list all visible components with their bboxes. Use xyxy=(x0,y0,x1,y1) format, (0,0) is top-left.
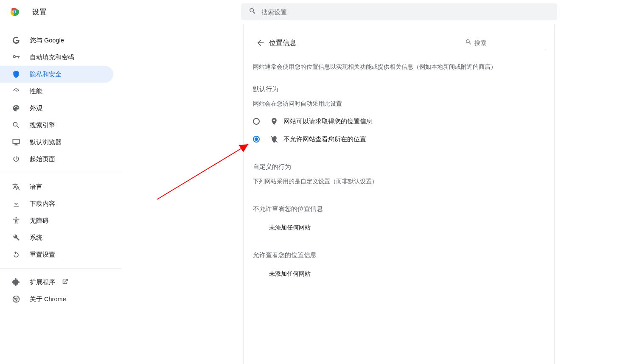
page-search[interactable] xyxy=(465,36,545,49)
radio-option-ask[interactable]: 网站可以请求取得您的位置信息 xyxy=(253,117,545,126)
wrench-icon xyxy=(12,233,20,242)
key-icon xyxy=(12,53,20,62)
location-off-icon xyxy=(270,135,278,143)
svg-point-5 xyxy=(15,217,17,218)
sidebar-item-language[interactable]: 语言 xyxy=(0,178,113,195)
sidebar-item-label: 系统 xyxy=(30,234,42,242)
custom-behavior-subtitle: 下列网站采用的是自定义设置（而非默认设置） xyxy=(253,178,545,185)
sidebar-item-appearance[interactable]: 外观 xyxy=(0,100,113,117)
sidebar-item-label: 重置设置 xyxy=(30,251,55,259)
sidebar-item-reset[interactable]: 重置设置 xyxy=(0,246,113,263)
sidebar-separator xyxy=(0,173,121,173)
page-header: 位置信息 xyxy=(253,34,545,51)
sidebar-item-startup[interactable]: 起始页面 xyxy=(0,151,113,168)
sidebar: 您与 Google自动填充和密码隐私和安全性能外观搜索引擎默认浏览器起始页面 语… xyxy=(0,24,121,364)
toolbar-title: 设置 xyxy=(32,7,47,17)
sidebar-item-label: 扩展程序 xyxy=(30,278,55,286)
translate-icon xyxy=(12,182,20,191)
a11y-icon xyxy=(12,216,20,225)
open-in-new-icon xyxy=(61,278,69,287)
chrome-logo-icon xyxy=(9,7,20,17)
sidebar-item-default-browser[interactable]: 默认浏览器 xyxy=(0,134,113,151)
download-icon xyxy=(12,199,20,208)
google-icon xyxy=(12,36,20,45)
blocked-sites-title: 不允许查看您的位置信息 xyxy=(253,205,545,213)
search-icon xyxy=(465,39,474,47)
sidebar-item-privacy[interactable]: 隐私和安全 xyxy=(0,66,113,83)
toolbar: 设置 xyxy=(0,0,620,24)
blocked-sites-empty: 未添加任何网站 xyxy=(269,224,545,232)
monitor-icon xyxy=(12,138,20,146)
gauge-icon xyxy=(12,87,20,95)
sidebar-item-search-engine[interactable]: 搜索引擎 xyxy=(0,117,113,134)
search-icon xyxy=(12,121,20,129)
allowed-sites-empty: 未添加任何网站 xyxy=(269,270,545,278)
page-title: 位置信息 xyxy=(269,39,296,48)
shield-icon xyxy=(12,70,20,78)
page-search-input[interactable] xyxy=(474,39,545,46)
sidebar-item-label: 下载内容 xyxy=(30,200,55,208)
sidebar-item-label: 性能 xyxy=(30,87,42,95)
back-button[interactable] xyxy=(253,35,268,50)
sidebar-item-label: 关于 Chrome xyxy=(30,295,66,303)
location-icon xyxy=(270,117,278,126)
reset-icon xyxy=(12,250,20,259)
svg-rect-4 xyxy=(13,139,20,143)
sidebar-item-label: 您与 Google xyxy=(30,36,64,45)
sidebar-item-label: 无障碍 xyxy=(30,217,49,225)
sidebar-item-label: 默认浏览器 xyxy=(30,138,62,146)
sidebar-item-you-google[interactable]: 您与 Google xyxy=(0,32,113,49)
radio-option-block[interactable]: 不允许网站查看您所在的位置 xyxy=(253,135,545,143)
sidebar-item-downloads[interactable]: 下载内容 xyxy=(0,195,113,212)
power-icon xyxy=(12,155,20,163)
extension-icon xyxy=(12,278,20,286)
sidebar-item-a11y[interactable]: 无障碍 xyxy=(0,212,113,229)
sidebar-item-label: 搜索引擎 xyxy=(30,121,55,129)
sidebar-item-label: 起始页面 xyxy=(30,155,55,163)
svg-point-3 xyxy=(14,11,15,13)
radio-label: 网站可以请求取得您的位置信息 xyxy=(283,118,373,126)
default-behavior-title: 默认行为 xyxy=(253,85,545,93)
sidebar-item-label: 隐私和安全 xyxy=(30,70,62,78)
search-icon xyxy=(249,7,256,17)
radio-label: 不允许网站查看您所在的位置 xyxy=(283,135,366,143)
sidebar-item-label: 语言 xyxy=(30,183,42,191)
radio-unchecked-icon[interactable] xyxy=(253,118,260,125)
chrome-icon xyxy=(12,295,20,303)
sidebar-item-system[interactable]: 系统 xyxy=(0,229,113,246)
toolbar-search[interactable] xyxy=(241,3,557,20)
sidebar-item-extensions[interactable]: 扩展程序 xyxy=(0,274,113,291)
sidebar-separator xyxy=(0,268,121,269)
sidebar-item-autofill[interactable]: 自动填充和密码 xyxy=(0,49,113,66)
toolbar-search-input[interactable] xyxy=(261,8,550,16)
sidebar-item-about[interactable]: 关于 Chrome xyxy=(0,291,113,308)
default-behavior-subtitle: 网站会在您访问时自动采用此设置 xyxy=(253,100,545,108)
allowed-sites-title: 允许查看您的位置信息 xyxy=(253,251,545,259)
sidebar-item-performance[interactable]: 性能 xyxy=(0,83,113,100)
main-content: 位置信息 网站通常会使用您的位置信息以实现相关功能或提供相关信息（例如本地新闻或… xyxy=(243,24,555,364)
radio-checked-icon[interactable] xyxy=(253,136,260,143)
intro-text: 网站通常会使用您的位置信息以实现相关功能或提供相关信息（例如本地新闻或附近的商店… xyxy=(253,63,545,71)
custom-behavior-title: 自定义的行为 xyxy=(253,163,545,171)
sidebar-item-label: 自动填充和密码 xyxy=(30,53,74,62)
sidebar-item-label: 外观 xyxy=(30,104,42,112)
palette-icon xyxy=(12,104,20,112)
